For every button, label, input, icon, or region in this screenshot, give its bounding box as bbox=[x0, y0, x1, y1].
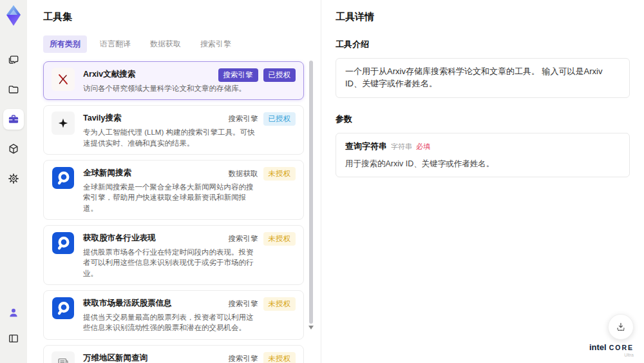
tool-description: 专为人工智能代理 (LLM) 构建的搜索引擎工具。可快速提供实时、准确和真实的结… bbox=[83, 127, 258, 148]
news-search-icon bbox=[52, 231, 75, 255]
tool-card-global-news[interactable]: 全球新闻搜索 全球新闻搜索是一个聚合全球各大新闻网站内容的搜索引擎，帮助用户快速… bbox=[43, 160, 304, 220]
tab-data-fetch[interactable]: 数据获取 bbox=[144, 35, 187, 53]
param-required-label: 必填 bbox=[416, 142, 430, 152]
intro-text: 一个用于从Arxiv存储库搜索科学论文和文章的工具。 输入可以是Arxiv ID… bbox=[345, 66, 602, 88]
newspaper-icon bbox=[52, 351, 75, 363]
intro-box: 一个用于从Arxiv存储库搜索科学论文和文章的工具。 输入可以是Arxiv ID… bbox=[336, 58, 630, 98]
category-label: 搜索引擎 bbox=[229, 354, 258, 363]
sidebar bbox=[0, 0, 27, 363]
param-name: 查询字符串 bbox=[345, 141, 387, 153]
sidebar-item-settings[interactable] bbox=[3, 168, 24, 189]
tool-card-regional-news[interactable]: 万维地区新闻查询 查询具体行政区划内的新闻，快速了解各地新闻动 搜索引擎 未授权 bbox=[43, 345, 304, 363]
tool-card-tavily[interactable]: Tavily搜索 专为人工智能代理 (LLM) 构建的搜索引擎工具。可快速提供实… bbox=[43, 105, 304, 155]
package-icon bbox=[7, 142, 20, 155]
app-logo-icon bbox=[4, 5, 23, 26]
category-label: 搜索引擎 bbox=[229, 234, 258, 244]
sidebar-item-panel-toggle[interactable] bbox=[3, 328, 24, 349]
category-label: 搜索引擎 bbox=[229, 114, 258, 124]
sidebar-item-account[interactable] bbox=[3, 302, 24, 323]
tool-description: 访问各个研究领域大量科学论文和文章的存储库。 bbox=[83, 83, 258, 93]
page-title: 工具集 bbox=[43, 11, 304, 23]
download-icon bbox=[615, 321, 627, 333]
tool-description: 全球新闻搜索是一个聚合全球各大新闻网站内容的搜索引擎，帮助用户快速获取全球最新资… bbox=[83, 182, 258, 213]
core-brand-text: CORE bbox=[609, 344, 634, 351]
sidebar-item-tools[interactable] bbox=[3, 109, 24, 130]
star-icon bbox=[52, 112, 75, 135]
user-icon bbox=[7, 306, 20, 319]
auth-status-badge: 已授权 bbox=[263, 112, 296, 126]
scroll-down-arrow-icon[interactable] bbox=[308, 326, 314, 329]
sidebar-item-models[interactable] bbox=[3, 139, 24, 159]
tab-search-engine[interactable]: 搜索引擎 bbox=[194, 35, 238, 53]
auth-status-badge: 已授权 bbox=[263, 68, 296, 82]
auth-status-badge: 未授权 bbox=[263, 232, 296, 246]
tools-panel: 工具集 所有类别 语言翻译 数据获取 搜索引擎 Arxiv文献搜索 访问各个研究… bbox=[27, 0, 321, 363]
arxiv-icon bbox=[52, 68, 75, 91]
brand-variant-text: Ultra bbox=[589, 353, 634, 357]
tool-detail-panel: 工具详情 工具介绍 一个用于从Arxiv存储库搜索科学论文和文章的工具。 输入可… bbox=[321, 0, 644, 363]
intel-brand-text: intel bbox=[589, 343, 607, 351]
detail-title: 工具详情 bbox=[336, 11, 630, 23]
tool-card-arxiv[interactable]: Arxiv文献搜索 访问各个研究领域大量科学论文和文章的存储库。 搜索引擎 已授… bbox=[43, 61, 304, 100]
tab-language-translation[interactable]: 语言翻译 bbox=[93, 35, 137, 53]
toolbox-icon bbox=[7, 113, 20, 126]
param-description: 用于搜索的Arxiv ID、关键字或作者姓名。 bbox=[345, 158, 620, 170]
news-search-icon bbox=[52, 297, 75, 320]
param-type: 字符串 bbox=[391, 142, 412, 152]
params-heading: 参数 bbox=[336, 113, 630, 125]
scrollbar-thumb[interactable] bbox=[309, 61, 313, 324]
sidebar-item-files[interactable] bbox=[3, 79, 24, 100]
news-search-icon bbox=[52, 166, 75, 190]
tool-card-sector-performance[interactable]: 获取股市各行业表现 提供股票市场各个行业在特定时间段内的表现。投资者可以利用这些… bbox=[43, 225, 304, 285]
app-window: 工具集 所有类别 语言翻译 数据获取 搜索引擎 Arxiv文献搜索 访问各个研究… bbox=[0, 0, 644, 363]
panel-toggle-icon bbox=[7, 332, 20, 345]
tab-all-categories[interactable]: 所有类别 bbox=[43, 35, 87, 53]
tool-description: 提供股票市场各个行业在特定时间段内的表现。投资者可以利用这些信息来识别表现优于或… bbox=[83, 247, 258, 279]
tool-card-active-stocks[interactable]: 获取市场最活跃股票信息 提供当天交易量最高的股票列表，投资者可以利用这些信息来识… bbox=[43, 290, 304, 340]
category-label: 搜索引擎 bbox=[229, 299, 258, 309]
intel-core-logo: intel CORE Ultra bbox=[589, 343, 634, 357]
auth-status-badge: 未授权 bbox=[263, 352, 296, 363]
sidebar-item-chat[interactable] bbox=[3, 50, 24, 70]
auth-status-badge: 未授权 bbox=[263, 167, 296, 181]
category-badge: 搜索引擎 bbox=[218, 68, 258, 82]
settings-icon bbox=[7, 172, 20, 185]
tool-list: Arxiv文献搜索 访问各个研究领域大量科学论文和文章的存储库。 搜索引擎 已授… bbox=[43, 61, 304, 363]
param-box: 查询字符串 字符串 必填 用于搜索的Arxiv ID、关键字或作者姓名。 bbox=[336, 133, 630, 177]
category-tabs: 所有类别 语言翻译 数据获取 搜索引擎 bbox=[43, 35, 304, 53]
category-label: 数据获取 bbox=[229, 169, 258, 179]
download-button[interactable] bbox=[608, 314, 634, 340]
intro-heading: 工具介绍 bbox=[336, 39, 630, 50]
folder-icon bbox=[7, 83, 20, 96]
chat-icon bbox=[7, 54, 20, 66]
auth-status-badge: 未授权 bbox=[263, 297, 296, 311]
tool-description: 提供当天交易量最高的股票列表，投资者可以利用这些信息来识别流动性强的股票和潜在的… bbox=[83, 312, 258, 333]
